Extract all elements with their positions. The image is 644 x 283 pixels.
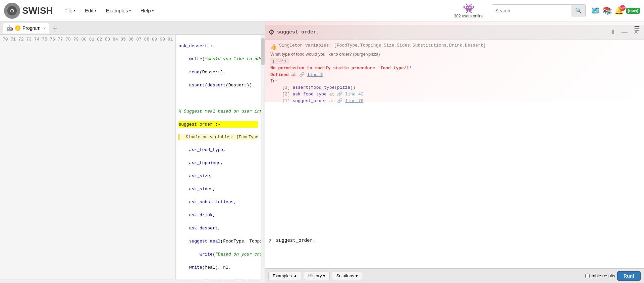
editor-panel: 🤖 ⚠ Program × + 70 71 72 73 74 75 76 77 … (0, 21, 265, 283)
query-prompt: ?- (268, 238, 274, 244)
users-online-widget: 👾 302 users online (454, 3, 484, 18)
examples-chevron: ▲ (293, 273, 298, 278)
solutions-button[interactable]: Solutions ▾ (332, 272, 362, 280)
code-area[interactable]: ask_dessert :- write("Would you like to … (176, 35, 261, 279)
bottom-bar: Examples ▲ History ▾ Solutions ▾ table r… (265, 268, 644, 283)
notifications-icon-btn[interactable]: 🔔 562 (614, 6, 624, 15)
edit-menu[interactable]: Edit ▾ (82, 6, 100, 15)
maps-icon-btn[interactable]: 🗺️ (591, 6, 600, 15)
tab-name: Program (22, 25, 41, 31)
in-label: In: (270, 79, 278, 84)
solutions-chevron: ▾ (356, 273, 358, 278)
maps-icon: 🗺️ (591, 6, 600, 15)
search-box: 🔍 (492, 4, 586, 17)
source-icon: 🔗 (299, 72, 305, 77)
stackoverflow-icon: 📚 (603, 6, 612, 15)
monster-icon: 👾 (463, 3, 475, 14)
stack-frame-2: [2] ask_food_type at 🔗 line 42 (270, 91, 639, 97)
brand: ⚙ SWISH (4, 3, 53, 19)
tab-bar: 🤖 ⚠ Program × + (0, 21, 265, 35)
file-chevron: ▾ (73, 8, 75, 13)
edit-chevron: ▾ (95, 8, 97, 13)
table-results-checkbox[interactable] (585, 274, 590, 278)
stack-frame-3-text: [3] assert(food_type(pizza)) (272, 85, 356, 90)
query-input-area: ?- suggest_order. (265, 235, 644, 268)
app-name: SWISH (22, 5, 53, 16)
vertical-scrollbar[interactable] (261, 35, 265, 279)
singleton-output-text: Singleton variables: [FoodType,Toppings,… (279, 43, 486, 48)
source-icon-2: 🔗 (337, 92, 342, 97)
help-chevron: ▾ (152, 8, 154, 13)
question-row: What type of food would you like to orde… (270, 52, 639, 57)
right-panel: ☰ ⚙ suggest_order. ⬇ — ✕ 👍 Singleton var… (265, 21, 644, 283)
app-logo: ⚙ (4, 3, 20, 19)
main-content: 🤖 ⚠ Program × + 70 71 72 73 74 75 76 77 … (0, 21, 644, 283)
in-label-row: In: (270, 79, 639, 84)
minimize-btn[interactable]: — (620, 28, 630, 37)
download-btn[interactable]: ⬇ (608, 28, 618, 37)
history-button[interactable]: History ▾ (304, 272, 330, 280)
svg-text:⚙: ⚙ (10, 8, 14, 14)
stack-frame-2-text: [2] ask_food_type at 🔗 line 42 (272, 91, 364, 97)
query-output: 👍 Singleton variables: [FoodType,Topping… (265, 40, 644, 235)
table-results-label: table results (592, 273, 615, 278)
navbar: ⚙ SWISH File ▾ Edit ▾ Examples ▾ Help ▾ … (0, 0, 644, 21)
query-titlebar: ⚙ suggest_order. ⬇ — ✕ (265, 25, 644, 40)
user-answer: pizza (270, 58, 289, 64)
examples-button[interactable]: Examples ▲ (268, 272, 302, 280)
line2-link[interactable]: line 2 (307, 72, 323, 77)
examples-chevron: ▾ (129, 8, 131, 13)
add-tab-button[interactable]: + (51, 24, 59, 32)
history-chevron: ▾ (323, 273, 325, 278)
answer-row: pizza (270, 58, 639, 64)
stack-frame-1-text: [1] suggest_order at 🔗 line 76 (272, 98, 364, 103)
close-tab-button[interactable]: × (43, 26, 46, 31)
singleton-warning-row: 👍 Singleton variables: [FoodType,Topping… (270, 43, 639, 50)
search-button[interactable]: 🔍 (572, 5, 585, 17)
examples-menu[interactable]: Examples ▾ (103, 6, 135, 15)
file-menu[interactable]: File ▾ (61, 6, 79, 15)
tab-robot-icon: 🤖 (6, 25, 13, 31)
table-results-area: table results (585, 273, 615, 278)
program-tab[interactable]: 🤖 ⚠ Program × (3, 23, 49, 33)
line76-link[interactable]: line 76 (345, 98, 364, 103)
nav-icons: 🗺️ 📚 🔔 562 (new) (591, 6, 640, 15)
notification-badge: 562 (620, 5, 626, 11)
query-title-icon: ⚙ (268, 28, 274, 36)
help-menu[interactable]: Help ▾ (137, 6, 157, 15)
search-area: 👾 302 users online 🔍 🗺️ 📚 🔔 562 (new) (449, 3, 640, 18)
tab-warning-icon: ⚠ (15, 25, 20, 31)
search-input[interactable] (492, 5, 572, 17)
error-text-line1: No permission to modify static procedure… (270, 66, 412, 71)
stackoverflow-icon-btn[interactable]: 📚 (603, 6, 612, 15)
new-badge: (new) (626, 8, 640, 14)
horizontal-scrollbar[interactable] (0, 279, 265, 283)
thumbsup-icon: 👍 (270, 44, 277, 50)
question-text: What type of food would you like to orde… (270, 52, 380, 57)
scroll-thumb[interactable] (261, 38, 265, 65)
source-icon-3: 🔗 (337, 98, 342, 103)
line-numbers: 70 71 72 73 74 75 76 77 78 79 80 81 82 8… (0, 35, 176, 279)
users-online-count: 302 users online (454, 14, 484, 18)
stack-frame-3: [3] assert(food_type(pizza)) (270, 85, 639, 90)
run-button[interactable]: Run! (617, 271, 641, 281)
defined-at-text: Defined at 🔗 line 2 (270, 72, 323, 77)
error-row: No permission to modify static procedure… (270, 66, 639, 71)
query-input[interactable]: suggest_order. (276, 238, 641, 265)
defined-at-row: Defined at 🔗 line 2 (270, 72, 639, 77)
line42-link[interactable]: line 42 (345, 92, 364, 97)
hamburger-menu[interactable]: ☰ (634, 25, 640, 33)
query-title-text: suggest_order. (277, 29, 606, 35)
stack-frame-1: [1] suggest_order at 🔗 line 76 (270, 98, 639, 103)
code-editor: 70 71 72 73 74 75 76 77 78 79 80 81 82 8… (0, 35, 265, 279)
